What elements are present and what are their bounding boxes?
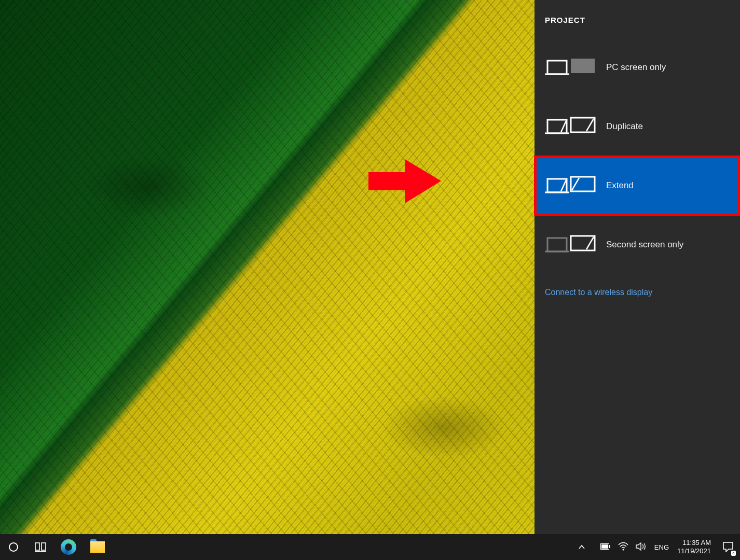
project-panel: PROJECT PC screen only [535,0,740,534]
battery-icon[interactable] [600,543,611,551]
option-second-screen-only[interactable]: Second screen only [535,215,740,274]
taskbar: ENG 11:35 AM 11/19/2021 4 [0,534,740,560]
clock-time: 11:35 AM [677,539,711,547]
clock[interactable]: 11:35 AM 11/19/2021 [672,539,716,555]
language-text: ENG [654,543,669,551]
option-label: PC screen only [606,62,666,73]
svg-rect-7 [42,543,46,550]
app-edge[interactable] [54,534,83,560]
svg-rect-3 [571,177,595,191]
language-indicator[interactable]: ENG [651,534,672,560]
system-tray [595,542,651,552]
svg-point-5 [9,543,18,551]
task-view-icon [35,542,46,552]
option-pc-screen-only[interactable]: PC screen only [535,38,740,97]
svg-rect-8 [35,551,46,552]
option-label: Extend [606,180,634,191]
option-label: Second screen only [606,240,683,250]
svg-rect-6 [35,543,39,550]
start-button[interactable] [0,534,27,560]
taskbar-left [0,534,112,560]
screen: PROJECT PC screen only [0,0,740,560]
option-label: Duplicate [606,121,643,132]
cortana-icon [8,542,19,552]
action-center-button[interactable]: 4 [716,534,740,560]
pc-screen-only-icon [545,55,596,79]
app-file-explorer[interactable] [83,534,112,560]
svg-point-12 [622,549,624,550]
duplicate-icon [545,115,596,138]
connect-wireless-display-link[interactable]: Connect to a wireless display [535,274,740,311]
notification-count: 4 [731,551,736,556]
option-duplicate[interactable]: Duplicate [535,97,740,156]
svg-rect-10 [609,545,610,548]
second-screen-only-icon [545,233,596,257]
option-extend[interactable]: Extend [535,156,740,215]
panel-title: PROJECT [535,10,740,38]
extend-icon [545,174,596,198]
folder-icon [90,541,105,553]
clock-date: 11/19/2021 [677,547,711,555]
edge-icon [61,539,76,555]
tray-overflow-button[interactable] [568,534,595,560]
task-view-button[interactable] [27,534,54,560]
svg-rect-2 [571,118,595,132]
chevron-up-icon [578,543,585,551]
svg-rect-4 [571,236,595,250]
wifi-icon[interactable] [618,542,628,552]
volume-icon[interactable] [636,542,646,552]
svg-rect-1 [571,59,595,73]
svg-rect-11 [601,544,608,549]
taskbar-right: ENG 11:35 AM 11/19/2021 4 [568,534,740,560]
